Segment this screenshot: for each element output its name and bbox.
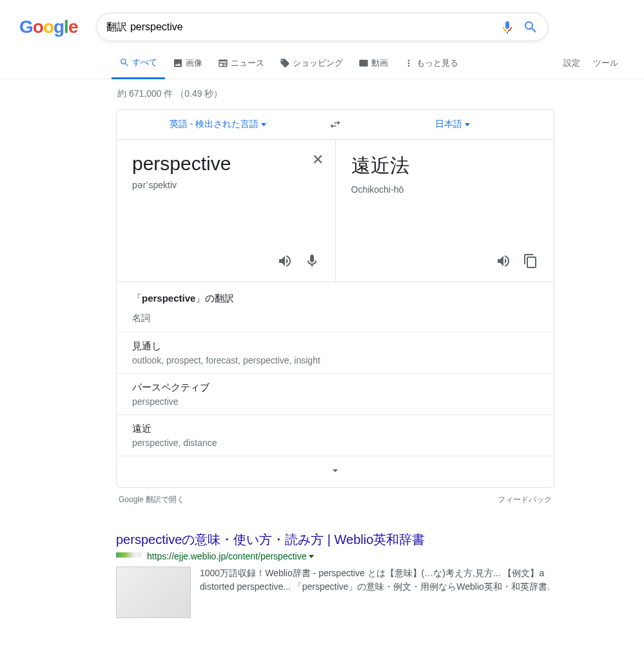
- chevron-down-icon: [329, 464, 342, 477]
- result-favicon: [116, 552, 142, 558]
- swap-languages-button[interactable]: [319, 110, 351, 139]
- feedback-link[interactable]: フィードバック: [498, 494, 552, 505]
- search-result: perspectiveの意味・使い方・読み方 | Weblio英和辞書 http…: [116, 531, 554, 618]
- speaker-icon[interactable]: [496, 253, 511, 269]
- open-in-translate-link[interactable]: Google 翻訳で開く: [119, 494, 184, 505]
- result-title-link[interactable]: perspectiveの意味・使い方・読み方 | Weblio英和辞書: [116, 531, 554, 548]
- search-box[interactable]: [97, 13, 548, 41]
- tab-images[interactable]: 画像: [165, 48, 210, 78]
- tabs-bar: すべて 画像 ニュース ショッピング 動画 もっと見る 設定 ツール: [0, 48, 644, 79]
- definitions-heading: 「perspective」の翻訳: [117, 282, 554, 310]
- chevron-down-icon: [465, 123, 470, 126]
- result-url[interactable]: https://ejje.weblio.jp/content/perspecti…: [147, 551, 314, 561]
- tab-all[interactable]: すべて: [112, 48, 165, 79]
- definition-item[interactable]: パースペクティブ perspective: [117, 373, 554, 414]
- tab-videos[interactable]: 動画: [351, 48, 396, 78]
- part-of-speech: 名詞: [117, 310, 554, 332]
- result-stats: 約 671,000 件 （0.49 秒）: [0, 79, 644, 109]
- expand-button[interactable]: [117, 456, 554, 487]
- definition-item[interactable]: 見通し outlook, prospect, forecast, perspec…: [117, 332, 554, 373]
- source-text[interactable]: perspective: [132, 153, 320, 175]
- mic-icon[interactable]: [304, 253, 320, 269]
- tab-news[interactable]: ニュース: [210, 48, 272, 78]
- search-icon[interactable]: [523, 19, 538, 35]
- result-snippet: 1000万語収録！Weblio辞書 - perspective とは【意味】(……: [200, 567, 554, 618]
- google-logo[interactable]: Google: [19, 17, 77, 37]
- translate-card: 英語 - 検出された言語 日本語 perspective pərˈspektiv…: [116, 109, 554, 488]
- copy-icon[interactable]: [523, 253, 538, 269]
- result-thumbnail[interactable]: [116, 567, 191, 618]
- settings-link[interactable]: 設定: [563, 48, 580, 78]
- source-panel: perspective pərˈspektiv ✕: [117, 140, 336, 282]
- target-pronunciation: Ochikochi-hō: [351, 184, 539, 195]
- source-pronunciation: pərˈspektiv: [132, 180, 320, 190]
- target-lang-select[interactable]: 日本語: [351, 110, 554, 139]
- mic-icon[interactable]: [500, 19, 515, 35]
- tab-more[interactable]: もっと見る: [396, 48, 466, 78]
- tools-link[interactable]: ツール: [593, 48, 618, 78]
- chevron-down-icon: [261, 123, 266, 126]
- clear-icon[interactable]: ✕: [312, 151, 324, 168]
- target-panel: 遠近法 Ochikochi-hō: [336, 140, 554, 282]
- source-lang-select[interactable]: 英語 - 検出された言語: [117, 110, 319, 139]
- speaker-icon[interactable]: [277, 253, 293, 269]
- target-text: 遠近法: [351, 153, 539, 179]
- search-input[interactable]: [106, 21, 492, 33]
- chevron-down-icon[interactable]: [309, 555, 314, 558]
- definition-item[interactable]: 遠近 perspective, distance: [117, 414, 554, 456]
- tab-shopping[interactable]: ショッピング: [272, 48, 351, 78]
